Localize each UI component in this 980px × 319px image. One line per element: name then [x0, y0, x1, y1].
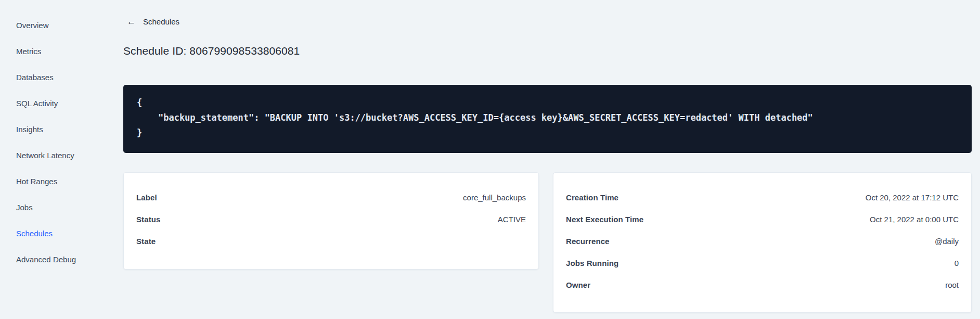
detail-label: Status [136, 215, 160, 224]
detail-row-status: Status ACTIVE [136, 208, 526, 230]
detail-value: @daily [935, 237, 959, 246]
sidebar-item-sql-activity[interactable]: SQL Activity [0, 90, 107, 116]
detail-value: core_full_backups [463, 193, 526, 202]
detail-label: Label [136, 193, 157, 202]
detail-value: Oct 20, 2022 at 17:12 UTC [866, 193, 959, 202]
detail-row-owner: Owner root [566, 274, 959, 296]
detail-row-recurrence: Recurrence @daily [566, 230, 959, 252]
sidebar-item-advanced-debug[interactable]: Advanced Debug [0, 246, 107, 272]
detail-label: Jobs Running [566, 259, 618, 267]
code-line: } [137, 125, 958, 141]
sidebar-item-metrics[interactable]: Metrics [0, 38, 107, 64]
detail-value: 0 [955, 259, 959, 267]
detail-label: Owner [566, 280, 590, 289]
detail-label: Next Execution Time [566, 215, 643, 224]
sidebar-item-hot-ranges[interactable]: Hot Ranges [0, 168, 107, 194]
sidebar-item-insights[interactable]: Insights [0, 116, 107, 142]
detail-label: Creation Time [566, 193, 618, 202]
detail-label: Recurrence [566, 237, 610, 246]
code-line: { [137, 95, 958, 110]
page-title: Schedule ID: 806799098533806081 [123, 45, 300, 57]
detail-value: root [945, 280, 959, 289]
sidebar-item-overview[interactable]: Overview [0, 12, 107, 38]
schedule-summary-card: Label core_full_backups Status ACTIVE St… [123, 172, 539, 270]
detail-row-label: Label core_full_backups [136, 186, 526, 208]
sidebar-nav: Overview Metrics Databases SQL Activity … [0, 0, 107, 319]
detail-row-jobs-running: Jobs Running 0 [566, 252, 959, 274]
sidebar-item-network-latency[interactable]: Network Latency [0, 142, 107, 168]
back-arrow-icon: ← [127, 17, 136, 26]
back-link-label: Schedules [143, 17, 179, 26]
schedule-timing-card: Creation Time Oct 20, 2022 at 17:12 UTC … [553, 172, 972, 313]
detail-row-creation-time: Creation Time Oct 20, 2022 at 17:12 UTC [566, 186, 959, 208]
detail-label: State [136, 237, 156, 246]
detail-value: ACTIVE [498, 215, 526, 224]
schedule-definition-code-block: { "backup_statement": "BACKUP INTO 's3:/… [123, 85, 972, 153]
sidebar-item-databases[interactable]: Databases [0, 64, 107, 90]
detail-row-state: State [136, 230, 526, 252]
detail-row-next-execution-time: Next Execution Time Oct 21, 2022 at 0:00… [566, 208, 959, 230]
sidebar-item-jobs[interactable]: Jobs [0, 194, 107, 220]
detail-value: Oct 21, 2022 at 0:00 UTC [870, 215, 959, 224]
back-to-schedules-link[interactable]: ← Schedules [127, 17, 179, 26]
sidebar-item-schedules[interactable]: Schedules [0, 220, 107, 246]
code-line: "backup_statement": "BACKUP INTO 's3://b… [137, 110, 958, 125]
